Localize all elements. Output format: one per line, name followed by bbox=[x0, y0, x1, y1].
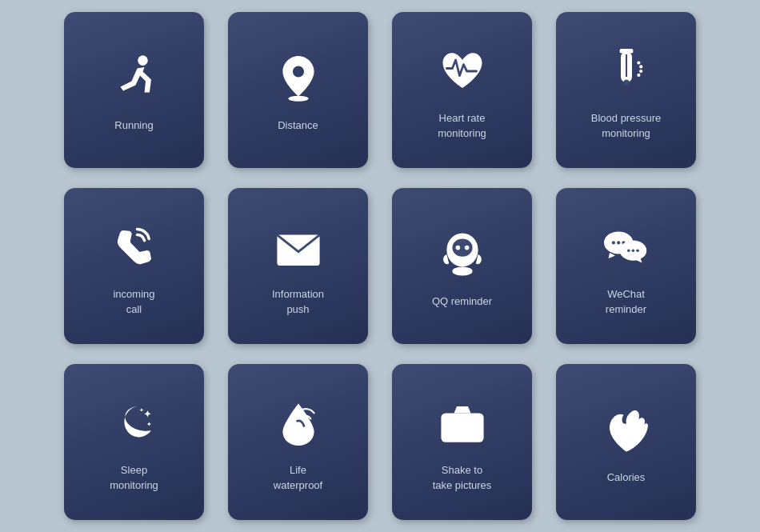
svg-rect-3 bbox=[619, 49, 633, 54]
card-label-blood-pressure: Blood pressuremonitoring bbox=[585, 111, 667, 140]
card-calories[interactable]: Calories bbox=[556, 364, 696, 520]
svg-point-17 bbox=[611, 242, 614, 245]
card-label-calories: Calories bbox=[601, 470, 652, 485]
card-life-waterproof[interactable]: Lifewaterproof bbox=[228, 364, 368, 520]
svg-point-21 bbox=[627, 250, 630, 253]
svg-rect-30 bbox=[472, 417, 478, 421]
svg-point-1 bbox=[288, 96, 308, 102]
svg-point-9 bbox=[637, 74, 640, 77]
card-incoming-call[interactable]: incomingcall bbox=[64, 188, 204, 344]
feature-grid: Running Distance Heart ratemonitoring Bl… bbox=[48, 0, 712, 532]
waterproof-icon bbox=[266, 391, 330, 455]
svg-point-14 bbox=[455, 246, 460, 250]
card-label-qq-reminder: QQ reminder bbox=[426, 294, 498, 309]
svg-point-22 bbox=[631, 250, 634, 253]
svg-text:✦: ✦ bbox=[146, 420, 152, 428]
svg-point-18 bbox=[617, 242, 620, 245]
camera-icon bbox=[430, 391, 494, 455]
svg-point-6 bbox=[637, 62, 640, 65]
svg-point-29 bbox=[458, 423, 466, 432]
card-shake-camera[interactable]: Shake totake pictures bbox=[392, 364, 532, 520]
qq-icon bbox=[430, 222, 494, 286]
card-label-distance: Distance bbox=[271, 118, 325, 133]
card-label-information-push: Informationpush bbox=[266, 287, 330, 316]
card-wechat-reminder[interactable]: WeChatreminder bbox=[556, 188, 696, 344]
card-distance[interactable]: Distance bbox=[228, 12, 368, 168]
blood-pressure-icon bbox=[594, 39, 658, 103]
svg-point-0 bbox=[138, 56, 148, 66]
distance-icon bbox=[266, 46, 330, 110]
running-icon bbox=[102, 46, 166, 110]
card-qq-reminder[interactable]: QQ reminder bbox=[392, 188, 532, 344]
svg-point-15 bbox=[464, 246, 469, 250]
card-label-heart-rate: Heart ratemonitoring bbox=[431, 111, 493, 140]
phone-icon bbox=[102, 215, 166, 279]
sleep-icon: ✦ ✦ ✦ bbox=[102, 391, 166, 455]
card-label-wechat-reminder: WeChatreminder bbox=[599, 287, 653, 316]
svg-point-7 bbox=[639, 66, 642, 69]
card-sleep-monitoring[interactable]: ✦ ✦ ✦ Sleepmonitoring bbox=[64, 364, 204, 520]
card-information-push[interactable]: Informationpush bbox=[228, 188, 368, 344]
card-label-shake-camera: Shake totake pictures bbox=[426, 463, 498, 492]
svg-point-23 bbox=[636, 250, 639, 253]
svg-point-12 bbox=[452, 267, 472, 276]
calories-icon bbox=[594, 398, 658, 462]
card-blood-pressure[interactable]: Blood pressuremonitoring bbox=[556, 12, 696, 168]
card-label-running: Running bbox=[108, 118, 159, 133]
card-heart-rate[interactable]: Heart ratemonitoring bbox=[392, 12, 532, 168]
envelope-icon bbox=[266, 215, 330, 279]
svg-point-13 bbox=[452, 239, 472, 257]
svg-text:✦: ✦ bbox=[142, 409, 151, 420]
svg-point-8 bbox=[639, 70, 642, 73]
card-label-sleep-monitoring: Sleepmonitoring bbox=[103, 463, 165, 492]
heart-rate-icon bbox=[430, 39, 494, 103]
svg-text:✦: ✦ bbox=[138, 407, 143, 413]
card-label-life-waterproof: Lifewaterproof bbox=[267, 463, 329, 492]
card-running[interactable]: Running bbox=[64, 12, 204, 168]
svg-point-4 bbox=[623, 80, 629, 86]
wechat-icon bbox=[594, 215, 658, 279]
card-label-incoming-call: incomingcall bbox=[106, 287, 161, 316]
